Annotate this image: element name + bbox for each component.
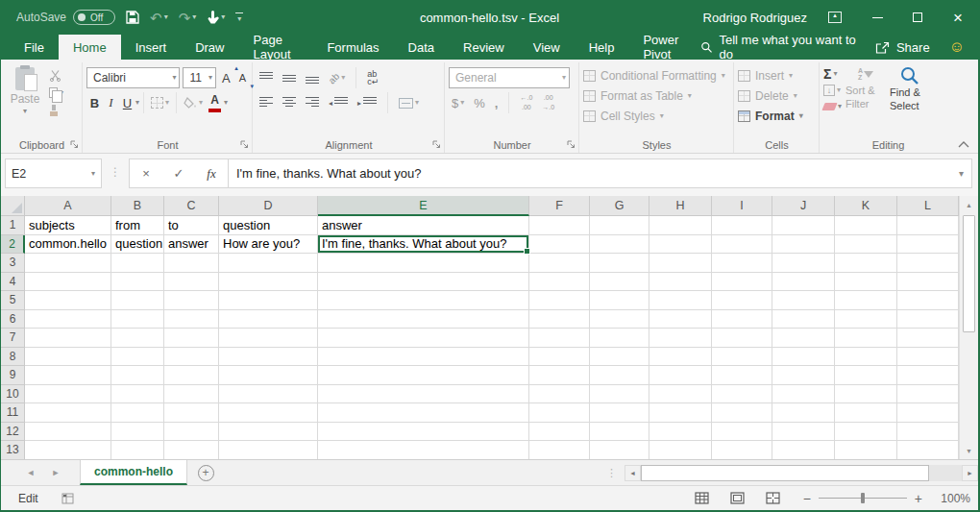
cell-D3[interactable] (219, 254, 318, 273)
font-family-select[interactable]: Calibri▾ (86, 67, 180, 88)
align-center-button[interactable] (280, 92, 299, 113)
cell-K4[interactable] (835, 273, 897, 292)
cell-J2[interactable] (772, 235, 835, 255)
cell-L11[interactable] (897, 403, 959, 423)
cell-H10[interactable] (649, 385, 712, 404)
zoom-slider[interactable] (819, 498, 907, 499)
cell-G13[interactable] (590, 441, 649, 459)
column-header-A[interactable]: A (25, 196, 111, 216)
cell-E8[interactable] (318, 348, 529, 367)
column-header-G[interactable]: G (590, 196, 649, 216)
cell-F11[interactable] (529, 403, 590, 423)
cell-A6[interactable] (25, 310, 111, 329)
cell-J12[interactable] (772, 423, 835, 442)
cell-D2[interactable]: How are you? (219, 235, 318, 255)
format-as-table-button[interactable]: Format as Table▾ (583, 85, 725, 106)
column-header-B[interactable]: B (111, 196, 164, 216)
normal-view-icon[interactable] (695, 492, 709, 504)
cell-C11[interactable] (164, 403, 219, 423)
horizontal-scroll-track[interactable] (929, 465, 962, 481)
insert-cells-button[interactable]: Insert▾ (738, 65, 803, 85)
cell-F7[interactable] (529, 329, 590, 348)
format-cells-button[interactable]: Format▾ (738, 106, 803, 126)
increase-decimal-button[interactable]: ←.0.00 (517, 92, 535, 113)
cell-C4[interactable] (164, 273, 219, 292)
tab-insert[interactable]: Insert (121, 35, 182, 60)
page-break-view-icon[interactable] (766, 492, 780, 504)
align-right-button[interactable] (303, 92, 322, 113)
currency-format-button[interactable]: $▾ (449, 92, 467, 113)
cell-F8[interactable] (529, 348, 590, 367)
cell-K9[interactable] (835, 366, 897, 385)
cell-A4[interactable] (25, 273, 111, 292)
row-header-1[interactable]: 1 (1, 216, 25, 235)
row-header-8[interactable]: 8 (1, 348, 25, 367)
cell-I5[interactable] (712, 291, 772, 310)
cell-F3[interactable] (529, 254, 590, 273)
font-dialog-launcher[interactable] (240, 140, 249, 149)
formula-bar-drag-handle[interactable]: ⋮ (102, 158, 129, 179)
percent-format-button[interactable]: % (471, 92, 488, 113)
tab-file[interactable]: File (10, 35, 59, 60)
cell-K1[interactable] (835, 216, 897, 235)
share-button[interactable]: Share (875, 40, 930, 55)
borders-button[interactable]: ▾ (148, 92, 172, 113)
cell-E9[interactable] (318, 366, 529, 385)
cell-H6[interactable] (649, 310, 712, 329)
cell-E4[interactable] (318, 273, 529, 292)
tab-page-layout[interactable]: Page Layout (239, 35, 313, 60)
cell-D8[interactable] (219, 348, 318, 367)
cell-D1[interactable]: question (219, 216, 318, 235)
new-sheet-button[interactable]: + (187, 460, 224, 485)
cell-B3[interactable] (111, 254, 164, 273)
cell-I12[interactable] (712, 423, 772, 442)
column-header-E[interactable]: E (318, 196, 529, 216)
customize-qat-button[interactable]: ▾ (235, 12, 243, 23)
row-header-12[interactable]: 12 (1, 423, 25, 442)
column-header-D[interactable]: D (219, 196, 318, 216)
cell-L6[interactable] (897, 310, 959, 329)
cell-C7[interactable] (164, 329, 219, 348)
cell-I8[interactable] (712, 348, 772, 367)
sort-filter-button[interactable]: AZ Sort & Filter (845, 64, 886, 111)
horizontal-scroll-thumb[interactable] (641, 465, 929, 481)
cell-G7[interactable] (590, 329, 649, 348)
conditional-formatting-button[interactable]: Conditional Formatting▾ (583, 65, 725, 85)
cell-I11[interactable] (712, 403, 772, 423)
cell-D13[interactable] (219, 441, 318, 459)
cell-A12[interactable] (25, 423, 111, 442)
tabbar-splitter[interactable]: ⋮ (599, 460, 625, 485)
cell-K7[interactable] (835, 329, 897, 348)
cell-F6[interactable] (529, 310, 590, 329)
cell-B8[interactable] (111, 348, 164, 367)
cell-C13[interactable] (164, 441, 219, 459)
cell-B2[interactable]: question (111, 235, 164, 255)
formula-input[interactable]: I'm fine, thanks. What about you? ▾ (229, 158, 972, 188)
autosave-pill[interactable]: Off (73, 10, 115, 25)
cell-E2[interactable]: I'm fine, thanks. What about you? (318, 235, 529, 255)
cell-D7[interactable] (219, 329, 318, 348)
cell-F1[interactable] (529, 216, 590, 235)
paste-button[interactable]: Paste ▾ (5, 64, 45, 115)
cell-K3[interactable] (835, 254, 897, 273)
cell-F10[interactable] (529, 385, 590, 404)
cell-G2[interactable] (590, 235, 649, 255)
row-header-11[interactable]: 11 (1, 403, 25, 423)
cell-J9[interactable] (772, 366, 835, 385)
row-header-10[interactable]: 10 (1, 385, 25, 404)
row-header-4[interactable]: 4 (1, 273, 25, 292)
cell-G6[interactable] (590, 310, 649, 329)
decrease-decimal-button[interactable]: .00→.0 (539, 92, 557, 113)
horizontal-scrollbar[interactable]: ◄ ► (625, 460, 978, 485)
cell-K8[interactable] (835, 348, 897, 367)
tell-me-search[interactable]: Tell me what you want to do (700, 33, 856, 61)
cell-E6[interactable] (318, 310, 529, 329)
cell-A7[interactable] (25, 329, 111, 348)
cell-B13[interactable] (111, 441, 164, 459)
column-header-J[interactable]: J (772, 196, 835, 216)
cell-D12[interactable] (219, 423, 318, 442)
expand-formula-bar-icon[interactable]: ▾ (959, 169, 964, 179)
cell-E1[interactable]: answer (318, 216, 529, 235)
undo-button[interactable]: ↶▾ (150, 11, 168, 25)
bold-button[interactable]: B (86, 92, 103, 113)
